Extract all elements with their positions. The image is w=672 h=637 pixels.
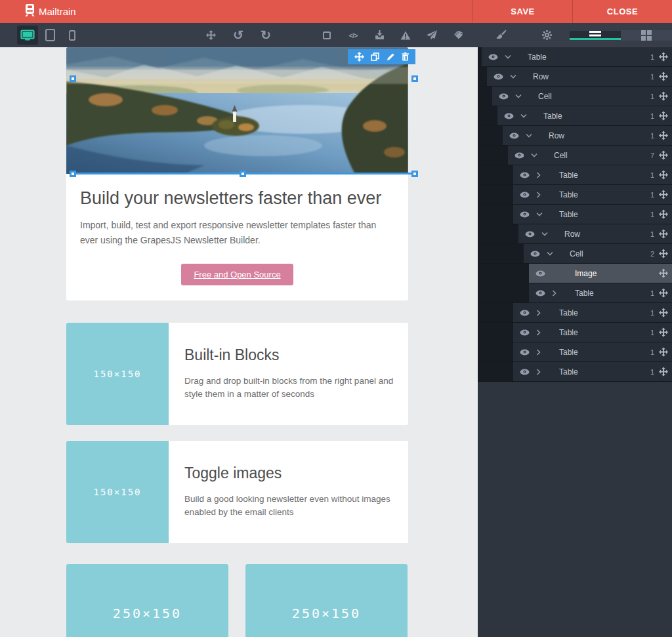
layer-row-row-4[interactable]: Row1	[478, 126, 672, 146]
send-button[interactable]	[421, 26, 442, 45]
resize-handle-bottom-right[interactable]	[411, 171, 418, 177]
chevron-down-icon[interactable]	[515, 94, 523, 98]
move-handle-icon[interactable]	[659, 288, 668, 298]
eye-icon[interactable]	[514, 152, 525, 159]
eye-icon[interactable]	[509, 133, 520, 139]
hero-section[interactable]: Build your newsletters faster than ever …	[66, 47, 408, 300]
feature-title[interactable]: Toggle images	[184, 464, 395, 482]
move-handle-icon[interactable]	[659, 367, 668, 377]
move-handle-icon[interactable]	[659, 209, 668, 219]
layer-row-row-9[interactable]: Row1	[478, 224, 672, 244]
eye-icon[interactable]	[520, 192, 530, 198]
close-button[interactable]: CLOSE	[572, 0, 672, 23]
brush-button[interactable]	[478, 30, 524, 41]
chevron-down-icon[interactable]	[526, 133, 534, 138]
desktop-button[interactable]	[17, 26, 38, 45]
resize-handle-bottom-left[interactable]	[70, 171, 76, 177]
move-handle-icon[interactable]	[659, 327, 668, 337]
placeholder-image-250[interactable]: 250×150	[245, 564, 408, 637]
eye-icon[interactable]	[536, 270, 546, 277]
chevron-down-icon[interactable]	[531, 153, 539, 157]
tab-layers[interactable]	[570, 31, 621, 40]
move-handle-icon[interactable]	[659, 268, 668, 278]
resize-handle-top-right[interactable]	[411, 75, 418, 82]
eye-icon[interactable]	[494, 73, 504, 80]
feature-body[interactable]: Build a good looking newsletter even wit…	[184, 493, 395, 519]
hero-title[interactable]: Build your newsletters faster than ever	[66, 174, 408, 209]
layer-row-table-16[interactable]: Table1	[478, 362, 672, 382]
chevron-down-icon[interactable]	[536, 212, 544, 216]
layer-row-table-13[interactable]: Table1	[478, 303, 672, 323]
save-button[interactable]: SAVE	[472, 0, 572, 23]
free-open-source-button[interactable]: Free and Open Source	[181, 264, 293, 285]
chevron-down-icon[interactable]	[547, 251, 555, 256]
chevron-down-icon[interactable]	[520, 113, 528, 118]
chevron-down-icon[interactable]	[505, 54, 513, 59]
lake-photo[interactable]	[66, 47, 408, 174]
gear-button[interactable]	[524, 30, 570, 41]
move-handle-icon[interactable]	[659, 190, 668, 199]
redo-button[interactable]: ↻	[255, 26, 276, 45]
layer-row-image-11[interactable]: Image	[478, 264, 672, 283]
move-handle-icon[interactable]	[659, 308, 668, 318]
layer-row-table-6[interactable]: Table1	[478, 165, 672, 185]
eye-icon[interactable]	[488, 54, 499, 60]
move-handle-icon[interactable]	[659, 347, 668, 357]
move-handle-icon[interactable]	[659, 72, 668, 81]
layer-row-cell-10[interactable]: Cell2	[478, 244, 672, 264]
move-button[interactable]	[354, 52, 364, 62]
eye-icon[interactable]	[499, 93, 509, 100]
undo-button[interactable]: ↺	[228, 26, 249, 45]
layer-row-table-7[interactable]: Table1	[478, 185, 672, 205]
tags-button[interactable]	[448, 26, 469, 45]
eye-icon[interactable]	[520, 211, 530, 218]
move-handle-icon[interactable]	[659, 249, 668, 258]
placeholder-image-250[interactable]: 250×150	[66, 564, 228, 637]
move-handle-icon[interactable]	[659, 91, 668, 101]
layer-row-cell-5[interactable]: Cell7	[478, 146, 672, 165]
placeholder-image-150[interactable]: 150×150	[66, 441, 169, 543]
warning-button[interactable]	[395, 26, 416, 45]
move-handle-icon[interactable]	[659, 131, 668, 140]
eye-icon[interactable]	[536, 290, 546, 297]
chevron-right-icon[interactable]	[536, 349, 544, 356]
move-button[interactable]	[200, 26, 221, 45]
tab-blocks[interactable]	[621, 30, 672, 41]
chevron-right-icon[interactable]	[536, 192, 544, 198]
chevron-down-icon[interactable]	[510, 74, 518, 79]
eye-icon[interactable]	[525, 231, 536, 237]
move-handle-icon[interactable]	[659, 52, 668, 62]
layer-row-table-8[interactable]: Table1	[478, 205, 672, 224]
chevron-right-icon[interactable]	[536, 369, 544, 375]
layer-row-table-0[interactable]: Table1	[478, 47, 672, 67]
move-handle-icon[interactable]	[659, 170, 668, 180]
feature-section-builtin-blocks[interactable]: 150×150 Built-in Blocks Drag and drop bu…	[66, 323, 408, 425]
move-handle-icon[interactable]	[659, 111, 668, 121]
eye-icon[interactable]	[520, 310, 530, 316]
layer-row-table-12[interactable]: Table1	[478, 283, 672, 303]
tablet-button[interactable]	[39, 26, 60, 45]
border-button[interactable]	[316, 26, 337, 45]
layer-row-table-14[interactable]: Table1	[478, 323, 672, 342]
copy-button[interactable]	[371, 52, 379, 61]
feature-title[interactable]: Built-in Blocks	[184, 346, 395, 364]
layer-row-row-1[interactable]: Row1	[478, 67, 672, 87]
eye-icon[interactable]	[504, 113, 514, 119]
code-button[interactable]: </>	[343, 26, 364, 45]
layer-row-table-15[interactable]: Table1	[478, 342, 672, 362]
chevron-right-icon[interactable]	[552, 290, 560, 297]
placeholder-image-150[interactable]: 150×150	[66, 323, 169, 425]
layer-row-cell-2[interactable]: Cell1	[478, 87, 672, 106]
resize-handle-top-left[interactable]	[70, 75, 76, 82]
layer-row-table-3[interactable]: Table1	[478, 106, 672, 126]
mobile-button[interactable]	[62, 26, 83, 45]
eye-icon[interactable]	[530, 251, 541, 257]
eye-icon[interactable]	[520, 172, 530, 178]
feature-section-toggle-images[interactable]: 150×150 Toggle images Build a good looki…	[66, 441, 408, 543]
edit-button[interactable]	[387, 52, 395, 61]
chevron-right-icon[interactable]	[536, 310, 544, 316]
chevron-right-icon[interactable]	[536, 172, 544, 178]
chevron-down-icon[interactable]	[541, 232, 549, 236]
eye-icon[interactable]	[520, 349, 530, 356]
resize-handle-bottom-center[interactable]	[240, 171, 246, 177]
